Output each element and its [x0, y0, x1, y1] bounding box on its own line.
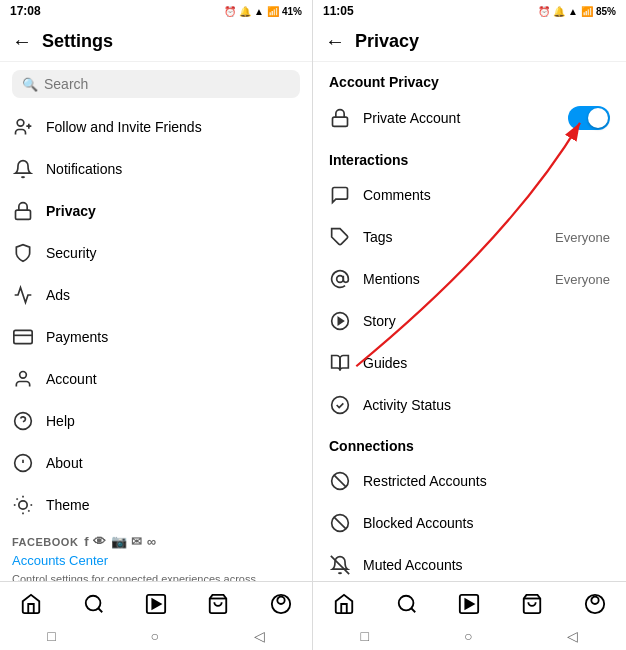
- left-status-bar: 17:08 ⏰ 🔔 ▲ 📶 41%: [0, 0, 312, 22]
- facebook-description: Control settings for connected experienc…: [12, 572, 300, 581]
- menu-item-help[interactable]: Help: [0, 400, 312, 442]
- left-page-title: Settings: [42, 31, 113, 52]
- comments-item[interactable]: Comments: [313, 174, 626, 216]
- muted-label: Muted Accounts: [363, 557, 610, 573]
- right-profile-icon: [584, 593, 606, 620]
- left-nav-reels[interactable]: [136, 590, 176, 622]
- svg-rect-2: [14, 330, 32, 343]
- payments-icon: [12, 326, 34, 348]
- svg-point-17: [85, 595, 100, 610]
- right-panel: 11:05 ⏰ 🔔 ▲ 📶 85% ← Privacy Account Priv…: [313, 0, 626, 650]
- search-bar: 🔍: [12, 70, 300, 98]
- svg-rect-23: [333, 117, 348, 126]
- fb-icon: f: [84, 534, 89, 549]
- home-icon: [20, 593, 42, 620]
- right-bell-icon: 🔔: [553, 6, 565, 17]
- left-nav-search[interactable]: [74, 590, 114, 622]
- svg-point-4: [20, 372, 27, 379]
- menu-item-ads[interactable]: Ads: [0, 274, 312, 316]
- mentions-label: Mentions: [363, 271, 543, 287]
- msg-icon: ✉: [131, 534, 143, 549]
- menu-item-payments[interactable]: Payments: [0, 316, 312, 358]
- menu-item-about[interactable]: About: [0, 442, 312, 484]
- guides-item[interactable]: Guides: [313, 342, 626, 384]
- right-content: Account Privacy Private Account Interact…: [313, 62, 626, 581]
- right-page-title: Privacy: [355, 31, 419, 52]
- svg-line-32: [334, 517, 346, 529]
- right-nav-hint: □ ○ ◁: [313, 626, 626, 650]
- private-account-toggle[interactable]: [568, 106, 610, 130]
- blocked-item[interactable]: Blocked Accounts: [313, 502, 626, 544]
- right-square-hint: □: [361, 628, 369, 644]
- muted-icon: [329, 554, 351, 576]
- svg-line-14: [28, 510, 29, 511]
- right-circle-hint: ○: [464, 628, 472, 644]
- mentions-item[interactable]: Mentions Everyone: [313, 258, 626, 300]
- account-icon: [12, 368, 34, 390]
- theme-icon: [12, 494, 34, 516]
- facebook-icons: f 👁 📷 ✉ ∞: [84, 534, 156, 549]
- muted-item[interactable]: Muted Accounts: [313, 544, 626, 581]
- right-status-bar: 11:05 ⏰ 🔔 ▲ 📶 85%: [313, 0, 626, 22]
- right-home-icon: [333, 593, 355, 620]
- right-nav-shop[interactable]: [512, 590, 552, 622]
- left-bottom-nav: [0, 581, 312, 626]
- activity-item[interactable]: Activity Status: [313, 384, 626, 426]
- tags-item[interactable]: Tags Everyone: [313, 216, 626, 258]
- link-icon: ∞: [147, 534, 157, 549]
- left-back-button[interactable]: ←: [12, 30, 32, 53]
- right-nav-search[interactable]: [387, 590, 427, 622]
- menu-item-follow[interactable]: Follow and Invite Friends: [0, 106, 312, 148]
- mentions-sub: Everyone: [555, 272, 610, 287]
- square-hint: □: [47, 628, 55, 644]
- right-bottom-nav: [313, 581, 626, 626]
- ads-icon: [12, 284, 34, 306]
- toggle-knob: [588, 108, 608, 128]
- restricted-label: Restricted Accounts: [363, 473, 610, 489]
- mentions-icon: [329, 268, 351, 290]
- bell-icon: 🔔: [239, 6, 251, 17]
- svg-marker-27: [338, 318, 343, 325]
- left-nav-shop[interactable]: [198, 590, 238, 622]
- left-nav-home[interactable]: [11, 590, 51, 622]
- menu-label-privacy: Privacy: [46, 203, 96, 219]
- wifi-icon: ▲: [254, 6, 264, 17]
- menu-label-follow: Follow and Invite Friends: [46, 119, 202, 135]
- menu-item-notifications[interactable]: Notifications: [0, 148, 312, 190]
- restricted-item[interactable]: Restricted Accounts: [313, 460, 626, 502]
- story-label: Story: [363, 313, 610, 329]
- menu-item-theme[interactable]: Theme: [0, 484, 312, 526]
- svg-point-40: [591, 596, 598, 603]
- right-nav-reels[interactable]: [449, 590, 489, 622]
- left-nav-profile[interactable]: [261, 590, 301, 622]
- right-header: ← Privacy: [313, 22, 626, 62]
- svg-line-37: [411, 608, 415, 612]
- private-account-item[interactable]: Private Account: [313, 96, 626, 140]
- activity-icon: [329, 394, 351, 416]
- tags-sub: Everyone: [555, 230, 610, 245]
- privacy-icon: [12, 200, 34, 222]
- search-nav-icon: [83, 593, 105, 620]
- accounts-center-link[interactable]: Accounts Center: [12, 553, 300, 568]
- menu-item-security[interactable]: Security: [0, 232, 312, 274]
- right-time: 11:05: [323, 4, 354, 18]
- blocked-icon: [329, 512, 351, 534]
- menu-item-privacy[interactable]: Privacy: [0, 190, 312, 232]
- search-icon: 🔍: [22, 77, 38, 92]
- private-account-label: Private Account: [363, 110, 556, 126]
- right-nav-home[interactable]: [324, 590, 364, 622]
- right-reels-icon: [458, 593, 480, 620]
- security-icon: [12, 242, 34, 264]
- story-item[interactable]: Story: [313, 300, 626, 342]
- right-shop-icon: [521, 593, 543, 620]
- story-icon: [329, 310, 351, 332]
- svg-line-18: [98, 608, 102, 612]
- right-status-icons: ⏰ 🔔 ▲ 📶 85%: [538, 6, 616, 17]
- menu-item-account[interactable]: Account: [0, 358, 312, 400]
- svg-rect-1: [16, 210, 31, 219]
- back-hint: ◁: [254, 628, 265, 644]
- right-back-button[interactable]: ←: [325, 30, 345, 53]
- search-input[interactable]: [44, 76, 290, 92]
- alarm-icon: ⏰: [224, 6, 236, 17]
- right-nav-profile[interactable]: [575, 590, 615, 622]
